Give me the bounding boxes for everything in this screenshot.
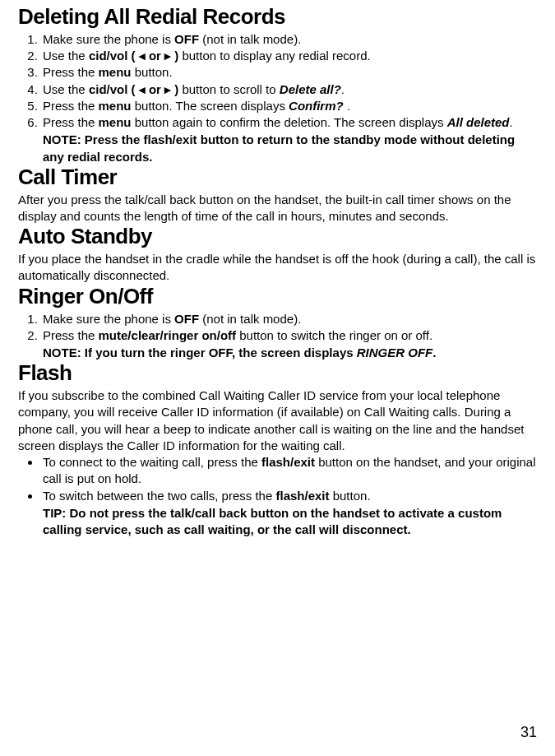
text: Make sure the phone is — [43, 312, 174, 326]
page-number: 31 — [520, 724, 537, 741]
bold-mute-clear: mute/clear/ringer on/off — [99, 328, 237, 342]
bi-all-deleted: All deleted — [447, 115, 510, 129]
step-5: Press the menu button. The screen displa… — [41, 98, 537, 114]
step-2: Use the cid/vol ( ◂ or ▸ ) button to dis… — [41, 48, 537, 64]
text: Press the — [43, 99, 99, 113]
heading-flash: Flash — [18, 361, 537, 386]
ringer-steps: Make sure the phone is OFF (not in talk … — [18, 311, 537, 345]
text: button to display any redial record. — [178, 49, 370, 63]
heading-deleting-all-redial-records: Deleting All Redial Records — [18, 0, 537, 30]
step-1: Make sure the phone is OFF (not in talk … — [41, 31, 537, 48]
heading-auto-standby: Auto Standby — [18, 225, 537, 249]
text: Press the — [43, 115, 99, 129]
bold-off: OFF — [174, 312, 199, 326]
text: button again to confirm the deletion. Th… — [132, 115, 447, 129]
ringer-note: NOTE: If you turn the ringer OFF, the sc… — [43, 345, 537, 361]
calltimer-paragraph: After you press the talk/call back butto… — [18, 192, 537, 225]
flash-tip: TIP: Do not press the talk/call back but… — [43, 505, 512, 539]
heading-call-timer: Call Timer — [18, 165, 537, 190]
autostandby-paragraph: If you place the handset in the cradle w… — [18, 251, 537, 285]
bi-ringer-off: RINGER OFF — [357, 346, 433, 359]
heading-ringer-on-off: Ringer On/Off — [18, 285, 537, 309]
bold-cid-vol: cid/vol ( ◂ or ▸ ) — [89, 49, 178, 63]
text: button to scroll to — [178, 82, 280, 96]
text: Use the — [43, 49, 89, 63]
bold-menu: menu — [99, 65, 132, 79]
text: Make sure the phone is — [43, 32, 174, 46]
text: . — [344, 99, 350, 113]
flash-paragraph: If you subscribe to the combined Call Wa… — [18, 387, 537, 454]
bold-flash-exit: flash/exit — [261, 455, 315, 469]
bi-confirm: Confirm? — [289, 99, 344, 113]
step-6: Press the menu button again to confirm t… — [41, 114, 537, 131]
text: (not in talk mode). — [199, 312, 301, 326]
text: (not in talk mode). — [199, 32, 301, 46]
text: Press the — [43, 328, 99, 342]
page: Deleting All Redial Records Make sure th… — [0, 0, 555, 756]
bi-delete-all: Delete all? — [280, 82, 341, 96]
text: Use the — [43, 82, 89, 96]
text: Press the — [43, 65, 99, 79]
text: To switch between the two calls, press t… — [43, 489, 275, 503]
bold-flash-exit: flash/exit — [275, 489, 329, 503]
text: . — [432, 346, 436, 359]
flash-bullets: To connect to the waiting call, press th… — [18, 454, 537, 504]
step-1: Make sure the phone is OFF (not in talk … — [41, 311, 537, 327]
bullet-2: To switch between the two calls, press t… — [41, 488, 537, 504]
bold-off: OFF — [174, 32, 199, 46]
text: button to switch the ringer on or off. — [236, 328, 432, 342]
text: . — [341, 82, 345, 96]
step-4: Use the cid/vol ( ◂ or ▸ ) button to scr… — [41, 81, 537, 98]
text: button. The screen displays — [132, 99, 289, 113]
text: To connect to the waiting call, press th… — [43, 455, 261, 469]
bold-cid-vol: cid/vol ( ◂ or ▸ ) — [89, 82, 178, 96]
text: . — [510, 115, 513, 129]
deleting-note: NOTE: Press the flash/exit button to ret… — [43, 132, 537, 165]
text: NOTE: If you turn the ringer OFF, the sc… — [43, 346, 357, 359]
deleting-steps: Make sure the phone is OFF (not in talk … — [18, 31, 537, 132]
step-3: Press the menu button. — [41, 64, 537, 81]
text: button. — [330, 489, 371, 503]
text: button. — [132, 65, 173, 79]
bold-menu: menu — [99, 115, 132, 129]
step-2: Press the mute/clear/ringer on/off butto… — [41, 327, 537, 344]
bullet-1: To connect to the waiting call, press th… — [41, 454, 537, 488]
bold-menu: menu — [99, 99, 132, 113]
